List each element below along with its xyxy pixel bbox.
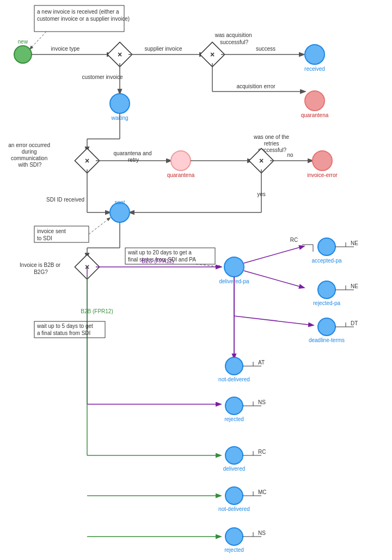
svg-line-27 <box>89 218 110 234</box>
acquisition-label: was acquisition successful? <box>215 32 254 45</box>
dt-label: DT <box>351 320 358 326</box>
delivered-pa-node <box>224 257 244 277</box>
received-node <box>305 45 324 64</box>
sent-node <box>110 203 130 222</box>
invoice-error-label: invoice-error <box>307 172 338 178</box>
svg-line-36 <box>244 246 304 263</box>
quarantena1-node <box>305 91 324 111</box>
not-delivered2-label: not-delivered <box>218 506 250 512</box>
invoice-sent-annotation: invoice sent to SDI <box>37 228 68 241</box>
start-node <box>14 46 32 63</box>
supplier-invoice-label: supplier invoice <box>145 46 182 52</box>
wait-5-annotation: wait up to 5 days to get a final status … <box>36 323 95 336</box>
rejected-pa-node <box>318 281 335 299</box>
quarantena1-label: quarantena <box>301 112 329 118</box>
delivered-label: delivered <box>223 466 246 472</box>
retries-label: was one of the retries successful? <box>253 134 291 153</box>
svg-text:×: × <box>85 156 89 165</box>
received-label: received <box>304 66 325 72</box>
at-label: AT <box>258 360 265 366</box>
rc2-label: RC <box>258 449 266 455</box>
accepted-pa-label: accepted-pa <box>311 258 341 264</box>
sdi-error-label: an error occurred during communication w… <box>8 142 51 168</box>
not-delivered2-node <box>225 487 243 504</box>
svg-text:×: × <box>259 156 264 165</box>
rejected-pa-label: rejected-pa <box>313 300 340 306</box>
gateway3: × <box>75 148 99 173</box>
svg-text:×: × <box>210 50 215 59</box>
invoice-type-label: invoice type <box>51 46 80 52</box>
intro-annotation: a new invoice is received (either a cust… <box>37 9 130 22</box>
delivered-node <box>225 447 243 464</box>
quarantena2-label: quarantena <box>167 172 195 178</box>
b2b-b2g-label: Invoice is B2B or B2G? <box>20 262 62 275</box>
b2g-label: B2G (FPA12) <box>142 258 174 264</box>
svg-line-42 <box>244 271 304 288</box>
mc-label: MC <box>258 489 267 495</box>
rejected2-node <box>225 528 243 545</box>
sent-label: sent <box>115 199 125 205</box>
rc1-label: RC <box>290 237 298 243</box>
sdi-id-label: SDI ID received <box>46 197 84 203</box>
success-label: success <box>256 46 275 52</box>
rejected1-label: rejected <box>224 416 244 422</box>
rejected1-node <box>225 397 243 415</box>
deadline-terms-node <box>318 318 335 336</box>
not-delivered1-label: not-delivered <box>218 376 250 382</box>
rejected2-label: rejected <box>224 547 244 553</box>
ns2-label: NS <box>258 530 266 536</box>
no-label: no <box>287 152 293 158</box>
customer-invoice-label: customer invoice <box>82 74 122 80</box>
waiting-node <box>110 94 130 113</box>
ne2-label: NE <box>351 283 358 289</box>
accepted-pa-node <box>318 238 335 255</box>
quarantena2-node <box>171 151 191 171</box>
svg-text:×: × <box>118 50 122 59</box>
ne1-label: NE <box>351 240 358 246</box>
svg-line-47 <box>234 316 313 325</box>
gateway2: × <box>200 42 224 66</box>
gateway1: × <box>107 42 132 66</box>
acquisition-error-label: acquisition error <box>236 83 275 89</box>
not-delivered1-node <box>225 357 243 375</box>
invoice-error-node <box>313 151 332 171</box>
deadline-terms-label: deadline-terms <box>309 337 345 343</box>
ns1-label: NS <box>258 399 266 405</box>
b2b-label: B2B (FPR12) <box>81 308 113 314</box>
start-label: new <box>18 39 28 45</box>
svg-line-1 <box>30 32 46 49</box>
yes-label: yes <box>257 191 266 197</box>
flow-diagram: a new invoice is received (either a cust… <box>0 0 392 560</box>
